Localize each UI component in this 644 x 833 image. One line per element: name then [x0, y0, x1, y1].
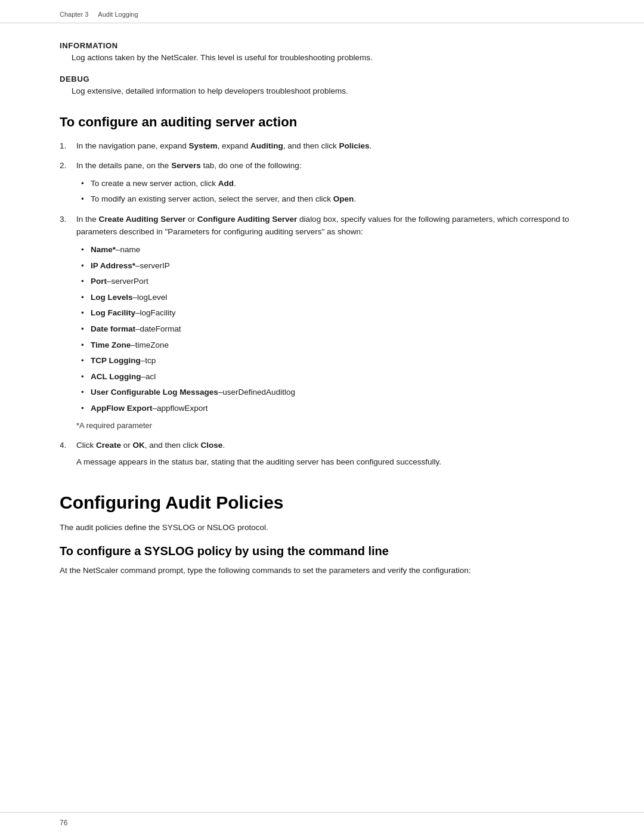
step-2-bullets: To create a new server action, click Add… — [76, 177, 584, 206]
step-1: In the navigation pane, expand System, e… — [60, 140, 584, 153]
debug-text: Log extensive, detailed information to h… — [72, 85, 584, 97]
bullet-3-6: Time Zone–timeZone — [76, 339, 584, 352]
step-text-4: Click Create or OK, and then click Close… — [76, 441, 225, 450]
bullet-3-2: Port–serverPort — [76, 275, 584, 288]
information-text: Log actions taken by the NetScaler. This… — [72, 52, 584, 64]
bullet-2-0: To create a new server action, click Add… — [76, 177, 584, 190]
header-chapter: Chapter 3 — [60, 11, 88, 18]
step-text-2: In the details pane, on the Servers tab,… — [76, 161, 302, 170]
step-3: In the Create Auditing Server or Configu… — [60, 213, 584, 432]
debug-label: DEBUG — [60, 75, 584, 83]
information-block: INFORMATION Log actions taken by the Net… — [60, 41, 584, 64]
configure-server-heading: To configure an auditing server action — [60, 114, 584, 130]
required-note-3: *A required parameter — [76, 420, 584, 432]
page-number: 76 — [60, 819, 67, 827]
page-container: Chapter 3 Audit Logging INFORMATION Log … — [0, 0, 644, 833]
bullet-2-1: To modify an existing server action, sel… — [76, 193, 584, 206]
step-text-1: In the navigation pane, expand System, e… — [76, 141, 371, 150]
syslog-intro: At the NetScaler command prompt, type th… — [60, 564, 584, 577]
chapter-heading-audit-policies: Configuring Audit Policies — [60, 493, 584, 513]
bullet-3-3: Log Levels–logLevel — [76, 291, 584, 304]
bullet-3-9: User Configurable Log Messages–userDefin… — [76, 386, 584, 399]
syslog-heading: To configure a SYSLOG policy by using th… — [60, 544, 584, 558]
steps-list: In the navigation pane, expand System, e… — [60, 140, 584, 469]
bullet-3-4: Log Facility–logFacility — [76, 306, 584, 320]
step-4: Click Create or OK, and then click Close… — [60, 439, 584, 468]
audit-policies-intro: The audit policies define the SYSLOG or … — [60, 521, 584, 534]
footer-bar: 76 — [0, 812, 644, 833]
header-bar: Chapter 3 Audit Logging — [0, 0, 644, 23]
bullet-3-7: TCP Logging–tcp — [76, 354, 584, 367]
bullet-3-5: Date format–dateFormat — [76, 323, 584, 336]
step-text-3: In the Create Auditing Server or Configu… — [76, 215, 569, 237]
bullet-3-8: ACL Logging–acl — [76, 370, 584, 383]
bullet-3-10: AppFlow Export–appflowExport — [76, 402, 584, 415]
step-3-bullets: Name*–nameIP Address*–serverIPPort–serve… — [76, 243, 584, 415]
header-section: Audit Logging — [98, 11, 138, 18]
bullet-3-0: Name*–name — [76, 243, 584, 256]
step-continuation-4: A message appears in the status bar, sta… — [76, 456, 584, 469]
information-label: INFORMATION — [60, 41, 584, 50]
debug-block: DEBUG Log extensive, detailed informatio… — [60, 75, 584, 97]
content-area: INFORMATION Log actions taken by the Net… — [0, 23, 644, 613]
bullet-3-1: IP Address*–serverIP — [76, 259, 584, 272]
step-2: In the details pane, on the Servers tab,… — [60, 159, 584, 206]
